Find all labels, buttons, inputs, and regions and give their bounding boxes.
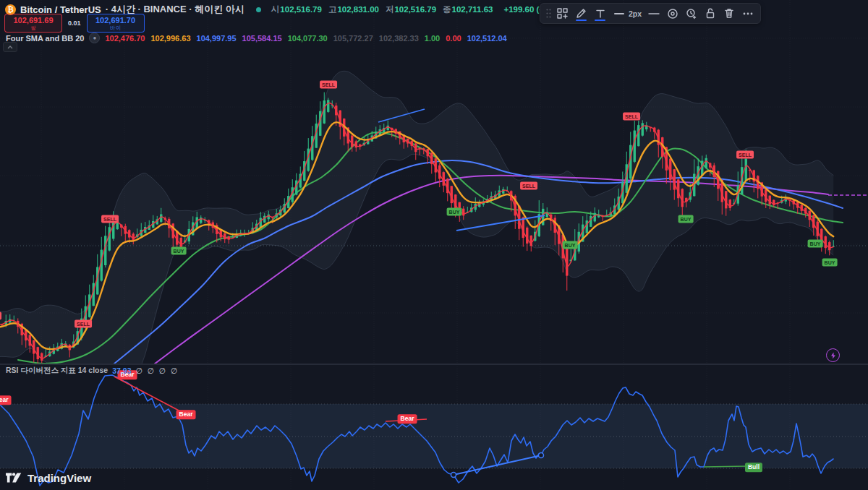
pencil-tool-icon[interactable]	[573, 5, 590, 22]
buy-signal-label[interactable]: BUY	[447, 208, 462, 216]
line-width-icon[interactable]	[610, 5, 627, 22]
rsi-value: 37.93	[112, 366, 131, 375]
sell-signal-label[interactable]: SELL	[623, 113, 640, 121]
add-alert-icon[interactable]	[683, 5, 699, 22]
indicator-values: 102,476.70102,996.63104,997.95105,584.15…	[105, 34, 506, 43]
buy-signal-label[interactable]: BUY	[171, 247, 187, 255]
rsi-null-values: ∅ ∅ ∅ ∅	[135, 366, 178, 375]
bear-divergence-label[interactable]: Bear	[176, 410, 196, 419]
tradingview-app: SELLSELLSELLSELLSELLSELLSELLBUYBUYBUYBUY…	[0, 0, 868, 490]
legend-collapse-button[interactable]	[3, 42, 17, 52]
buy-signal-label[interactable]: BUY	[822, 259, 838, 267]
layout-add-icon[interactable]	[554, 5, 571, 22]
indicator-value: 104,997.95	[197, 34, 237, 43]
sell-price: 102,691.69	[13, 16, 53, 25]
buy-signal-label[interactable]: BUY	[678, 215, 694, 223]
indicator-value: 102,382.33	[379, 34, 419, 43]
sell-signal-label[interactable]: SELL	[75, 320, 92, 328]
indicator-value: 102,512.04	[467, 34, 507, 43]
sell-signal-label[interactable]: SELL	[320, 81, 337, 89]
indicator-settings-icon[interactable]: ●	[89, 33, 100, 43]
toolbar-drag-handle[interactable]	[545, 5, 552, 22]
order-panel: 102,691.69 팔 0.01 102,691.70 바이	[4, 14, 145, 33]
sell-signal-label[interactable]: SELL	[0, 312, 1, 320]
buy-signal-label[interactable]: BUY	[808, 240, 823, 248]
ohlc-pair: 저102,516.79	[386, 4, 436, 15]
indicator-value: 104,077.30	[288, 34, 328, 43]
more-options-icon[interactable]	[739, 5, 756, 22]
sell-signal-label[interactable]: SELL	[520, 182, 537, 190]
trash-icon[interactable]	[720, 5, 737, 22]
bear-divergence-label[interactable]: Bear	[398, 414, 417, 424]
tradingview-logo-text: TradingView	[27, 472, 91, 484]
indicator-legend[interactable]: Four SMA and BB 20 ● 102,476.70102,996.6…	[6, 33, 507, 43]
rsi-name[interactable]: RSI 다이버전스 지표 14 close	[6, 366, 108, 376]
buy-price: 102,691.70	[95, 16, 135, 25]
buy-button[interactable]: 102,691.70 바이	[87, 14, 145, 33]
bear-divergence-label[interactable]: Bear	[0, 395, 11, 405]
sell-button[interactable]: 102,691.69 팔	[4, 14, 62, 33]
sell-signal-label[interactable]: SELL	[736, 151, 754, 159]
sell-label: 팔	[8, 25, 59, 32]
spread-value: 0.01	[68, 20, 81, 27]
tradingview-mark-icon	[6, 471, 23, 484]
buy-label: 바이	[90, 25, 141, 32]
chevron-up-icon	[7, 46, 13, 49]
quick-trade-lightning-button[interactable]	[826, 348, 840, 362]
indicator-value: 1.00	[425, 34, 440, 43]
line-style-icon[interactable]	[645, 5, 662, 22]
line-width-value[interactable]: 2px	[629, 9, 642, 18]
indicator-value: 102,996.63	[150, 34, 190, 43]
drawing-toolbar: 2px	[540, 3, 761, 24]
market-status-dot	[256, 7, 261, 12]
ohlc-pair: 시102,516.79	[271, 4, 322, 15]
ohlc-pair: 고102,831.00	[328, 4, 379, 15]
lightning-icon	[830, 352, 836, 359]
indicator-value: 102,476.70	[105, 34, 145, 43]
indicator-value: 0.00	[446, 34, 461, 43]
indicator-name[interactable]: Four SMA and BB 20	[6, 34, 84, 43]
rsi-legend[interactable]: RSI 다이버전스 지표 14 close 37.93 ∅ ∅ ∅ ∅	[6, 366, 179, 376]
indicator-value: 105,584.15	[242, 34, 282, 43]
unlock-icon[interactable]	[702, 5, 718, 22]
bull-divergence-label[interactable]: Bull	[745, 463, 762, 472]
settings-icon[interactable]	[664, 5, 681, 22]
indicator-value: 105,772.27	[333, 34, 373, 43]
main-chart[interactable]	[0, 0, 868, 490]
ohlc-values: 시102,516.79고102,831.00저102,516.79종102,71…	[271, 4, 493, 15]
sell-signal-label[interactable]: SELL	[101, 215, 119, 223]
buy-signal-label[interactable]: BUY	[563, 241, 578, 249]
ohlc-pair: 종102,711.63	[443, 4, 493, 15]
tradingview-logo[interactable]: TradingView	[6, 471, 91, 484]
text-tool-icon[interactable]	[592, 5, 608, 22]
